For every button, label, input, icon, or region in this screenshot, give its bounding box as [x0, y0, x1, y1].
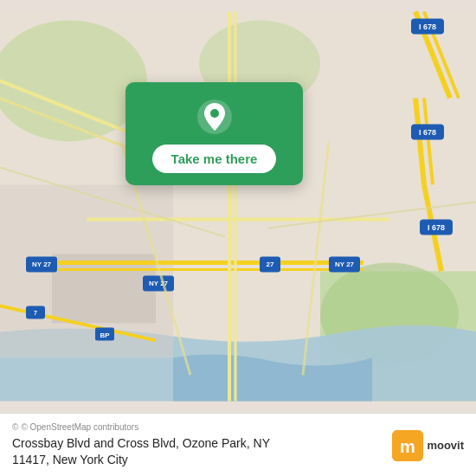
svg-text:m: m	[400, 437, 415, 456]
address-line2: 11417, New York City	[12, 453, 128, 466]
svg-text:7: 7	[34, 310, 37, 316]
location-pin-icon	[196, 98, 234, 136]
address-line1: Crossbay Blvd and Cross Blvd, Ozone Park…	[12, 436, 270, 450]
map-svg: I 678 I 678 I 678 NY 27 NY 27 27	[0, 0, 476, 413]
moovit-name: moovit	[427, 439, 464, 452]
map-container: I 678 I 678 I 678 NY 27 NY 27 27	[0, 0, 476, 413]
svg-text:NY 27: NY 27	[32, 261, 52, 268]
app-container: I 678 I 678 I 678 NY 27 NY 27 27	[0, 0, 476, 476]
moovit-icon: m	[392, 430, 423, 461]
svg-text:27: 27	[267, 261, 274, 268]
copyright-text: © OpenStreetMap contributors	[21, 422, 138, 432]
address-text: Crossbay Blvd and Cross Blvd, Ozone Park…	[12, 435, 270, 469]
svg-text:I 678: I 678	[419, 23, 436, 31]
svg-text:BP: BP	[100, 331, 110, 339]
location-card: Take me there	[125, 82, 303, 185]
svg-point-43	[210, 109, 219, 118]
take-me-there-button[interactable]: Take me there	[152, 145, 277, 173]
svg-text:NY 27: NY 27	[335, 261, 355, 268]
copyright-symbol: ©	[12, 422, 18, 432]
bottom-bar: © © OpenStreetMap contributors Crossbay …	[0, 413, 476, 476]
bottom-left: © © OpenStreetMap contributors Crossbay …	[12, 422, 270, 469]
svg-text:I 678: I 678	[428, 223, 445, 232]
moovit-logo: m moovit	[392, 430, 464, 461]
copyright-row: © © OpenStreetMap contributors	[12, 422, 270, 432]
svg-text:I 678: I 678	[419, 128, 436, 137]
